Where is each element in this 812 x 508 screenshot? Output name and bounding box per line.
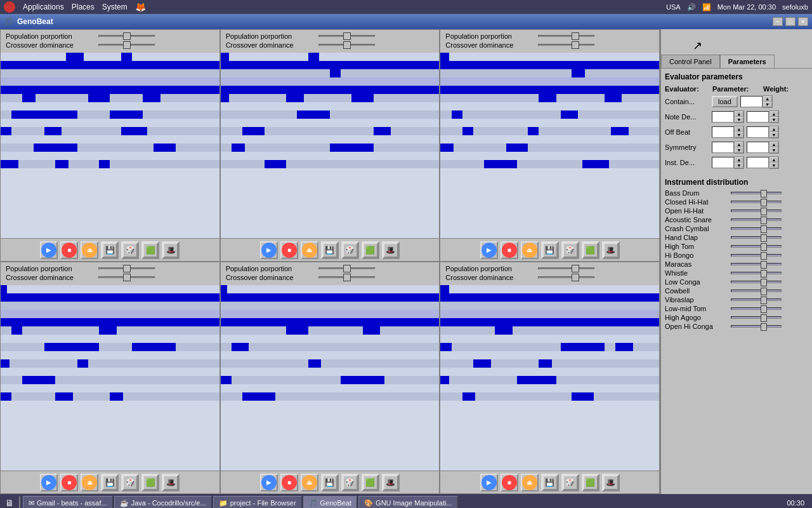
spin-up-instde[interactable]: ▲ [769,157,778,163]
instrument-slider[interactable] [731,272,782,274]
eval-param-input-notede[interactable]: 20 [712,111,734,123]
instrument-slider[interactable] [731,201,782,203]
dice-button-4[interactable]: 🎲 [121,474,139,491]
eval-weight-input-contain[interactable]: 0 [740,96,763,107]
save-button-2[interactable]: 💾 [321,241,339,259]
instrument-slider[interactable] [731,325,782,328]
eject-button-1[interactable]: ⏏ [81,241,98,259]
gen-button-6[interactable]: 🟩 [582,474,599,491]
play-button-2[interactable]: ▶ [260,241,278,259]
cross-slider-4[interactable] [98,276,155,279]
instrument-slider[interactable] [731,218,782,221]
play-button-4[interactable]: ▶ [40,474,58,491]
spin-down-offbeat-param[interactable]: ▼ [735,132,743,138]
gen-button-4[interactable]: 🟩 [141,474,159,491]
taskbar-java[interactable]: ☕ Java - Cocodrillo/src/e... [114,496,212,508]
hat-button-2[interactable]: 🎩 [382,241,400,259]
eval-load-button[interactable]: load [712,96,738,107]
cross-slider-2[interactable] [318,44,376,46]
minimize-button[interactable]: − [773,17,783,26]
dice-button-5[interactable]: 🎲 [341,474,359,491]
pop-slider-2[interactable] [318,35,376,37]
gen-button-2[interactable]: 🟩 [362,241,379,259]
eval-param-input-instde[interactable]: 16 [712,157,734,168]
taskbar-genobeat[interactable]: 🎵 GenoBeat [303,496,358,508]
save-button-6[interactable]: 💾 [541,474,559,491]
spin-down-symmetry-param[interactable]: ▼ [735,147,743,153]
spin-up-offbeat-param[interactable]: ▲ [735,126,743,132]
taskbar-gimp[interactable]: 🎨 GNU Image Manipulati... [358,496,457,508]
gen-button-3[interactable]: 🟩 [582,241,599,259]
pop-slider-1[interactable] [98,35,155,37]
spin-down-notede[interactable]: ▼ [769,117,778,123]
play-button-3[interactable]: ▶ [480,241,498,259]
taskbar-filebrowser[interactable]: 📁 project - File Browser [213,496,302,508]
save-button-1[interactable]: 💾 [101,241,119,259]
play-button-5[interactable]: ▶ [260,474,278,491]
eval-weight-input-instde[interactable]: 0 [747,157,769,168]
eval-param-input-offbeat[interactable]: 0 [712,126,734,138]
dice-button-1[interactable]: 🎲 [121,241,139,259]
spin-up-contain[interactable]: ▲ [763,96,772,102]
stop-button-6[interactable]: ■ [501,474,518,491]
instrument-slider[interactable] [731,236,782,239]
volume-icon[interactable]: 🔊 [687,3,696,11]
cross-slider-1[interactable] [98,44,155,46]
stop-button-4[interactable]: ■ [60,474,78,491]
network-icon[interactable]: 📶 [702,3,711,11]
spin-up-symmetry-param[interactable]: ▲ [735,142,743,147]
pop-slider-3[interactable] [538,35,595,37]
instrument-slider[interactable] [731,281,782,283]
play-button-6[interactable]: ▶ [480,474,498,491]
hat-button-1[interactable]: 🎩 [162,241,180,259]
spin-down-instde-param[interactable]: ▼ [735,163,743,168]
spin-down-instde[interactable]: ▼ [769,163,778,168]
menu-system[interactable]: System [102,3,128,11]
gen-button-1[interactable]: 🟩 [141,241,159,259]
stop-button-2[interactable]: ■ [280,241,298,259]
tab-parameters[interactable]: Parameters [720,55,775,68]
hat-button-3[interactable]: 🎩 [602,241,620,259]
instrument-slider[interactable] [731,263,782,265]
stop-button-3[interactable]: ■ [501,241,518,259]
instrument-slider[interactable] [731,298,782,301]
hat-button-6[interactable]: 🎩 [602,474,620,491]
spin-down-offbeat[interactable]: ▼ [769,132,778,138]
spin-down-contain[interactable]: ▼ [763,102,772,107]
save-button-5[interactable]: 💾 [321,474,339,491]
instrument-slider[interactable] [731,254,782,257]
menu-places[interactable]: Places [72,3,95,11]
eval-weight-input-notede[interactable]: 1 [747,111,769,123]
stop-button-1[interactable]: ■ [60,241,78,259]
close-button[interactable]: × [798,17,808,26]
eval-weight-input-offbeat[interactable]: 0 [747,126,769,138]
firefox-icon[interactable]: 🦊 [135,2,146,12]
dice-button-3[interactable]: 🎲 [561,241,579,259]
tab-control-panel[interactable]: Control Panel [661,55,720,68]
gen-button-5[interactable]: 🟩 [362,474,379,491]
eval-weight-input-symmetry[interactable]: 10 [747,142,769,153]
cross-slider-6[interactable] [538,276,595,279]
hat-button-4[interactable]: 🎩 [162,474,180,491]
pop-slider-6[interactable] [538,267,595,270]
instrument-slider[interactable] [731,290,782,292]
spin-up-symmetry[interactable]: ▲ [769,142,778,147]
maximize-button[interactable]: □ [785,17,796,26]
instrument-slider[interactable] [731,245,782,248]
eject-button-3[interactable]: ⏏ [521,241,539,259]
spin-down-notede-param[interactable]: ▼ [735,117,743,123]
spin-up-instde-param[interactable]: ▲ [735,157,743,163]
play-button-1[interactable]: ▶ [40,241,58,259]
instrument-slider[interactable] [731,210,782,212]
eject-button-4[interactable]: ⏏ [81,474,98,491]
stop-button-5[interactable]: ■ [280,474,298,491]
menu-applications[interactable]: Applications [23,3,64,11]
instrument-slider[interactable] [731,307,782,310]
taskbar-gmail[interactable]: ✉ Gmail - beats - assaf... [23,496,113,508]
spin-up-offbeat[interactable]: ▲ [769,126,778,132]
eject-button-5[interactable]: ⏏ [301,474,318,491]
spin-up-notede-param[interactable]: ▲ [735,111,743,117]
start-icon[interactable]: 🖥 [3,498,16,508]
eject-button-6[interactable]: ⏏ [521,474,539,491]
dice-button-2[interactable]: 🎲 [341,241,359,259]
